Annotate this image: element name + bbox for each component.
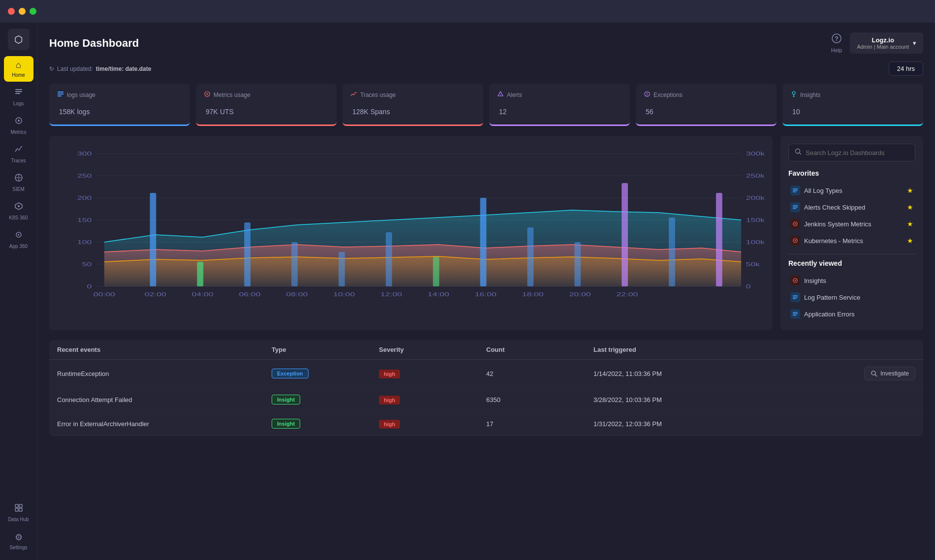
sidebar-item-datahub[interactable]: Data Hub [4, 499, 33, 526]
favorite-alerts-check-skipped[interactable]: Alerts Check Skipped ★ [788, 199, 915, 216]
dashboard-search-input[interactable] [806, 149, 909, 156]
star-icon-2: ★ [907, 220, 913, 228]
favorite-all-log-types[interactable]: All Log Types ★ [788, 182, 915, 199]
svg-point-26 [647, 95, 648, 96]
sidebar-item-k8s360[interactable]: K8S 360 [4, 198, 33, 224]
help-button[interactable]: ? Help [831, 33, 842, 53]
svg-point-89 [795, 280, 796, 281]
kubernetes-metrics-label: Kubernetes - Metrics [804, 237, 863, 245]
sidebar-label-siem: SIEM [12, 187, 24, 192]
event-action-0: Investigate [808, 367, 915, 380]
svg-rect-14 [15, 508, 18, 511]
time-value: time/time: date.date [96, 65, 152, 72]
stat-card-insights[interactable]: Insights 10 [782, 84, 923, 126]
svg-rect-19 [58, 93, 63, 94]
event-count-2: 17 [486, 420, 593, 428]
col-header-type: Type [272, 346, 379, 353]
all-log-types-label: All Log Types [804, 187, 842, 194]
event-name-0: RuntimeException [57, 370, 272, 377]
svg-rect-82 [793, 207, 798, 208]
k8s-icon [14, 202, 23, 213]
stat-value-traces: 128KSpans [350, 102, 475, 118]
svg-rect-58 [480, 198, 487, 286]
minimize-dot[interactable] [19, 8, 26, 15]
search-box[interactable] [788, 144, 915, 161]
recently-viewed-title: Recently viewed [788, 259, 915, 267]
sidebar-item-logs[interactable]: Logs [4, 84, 33, 110]
sidebar-label-traces: Traces [11, 158, 26, 163]
svg-text:04:00: 04:00 [192, 291, 214, 297]
col-header-action [808, 346, 915, 353]
svg-rect-0 [15, 89, 22, 90]
svg-text:150k: 150k [746, 217, 765, 223]
stat-label-logs: logs usage [57, 91, 182, 99]
svg-point-87 [795, 240, 796, 241]
events-table: Recent events Type Severity Count Last t… [49, 340, 923, 436]
favorite-jenkins-metrics[interactable]: Jenkins System Metrics ★ [788, 216, 915, 232]
page-title: Home Dashboard [49, 37, 139, 50]
stat-card-metrics[interactable]: Metrics usage 97KUTS [196, 84, 337, 126]
svg-rect-2 [15, 93, 20, 94]
traces-stat-icon [350, 91, 357, 99]
stat-card-logs[interactable]: logs usage 158Klogs [49, 84, 190, 126]
sidebar-item-metrics[interactable]: Metrics [4, 112, 33, 139]
sidebar-label-logs: Logs [13, 101, 24, 106]
logs-stat-icon [57, 91, 64, 99]
event-severity-1: high [379, 395, 486, 404]
account-sub: Admin | Main account [857, 44, 909, 50]
svg-point-85 [795, 223, 796, 224]
time-range-button[interactable]: 24 hrs [889, 62, 923, 76]
alerts-check-label: Alerts Check Skipped [804, 204, 865, 211]
col-header-count: Count [486, 346, 593, 353]
metrics-stat-icon [204, 91, 211, 99]
sidebar-item-settings[interactable]: ⚙ Settings [4, 528, 33, 554]
event-triggered-0: 1/14/2022, 11:03:36 PM [593, 370, 808, 377]
account-button[interactable]: Logz.io Admin | Main account ▾ [850, 32, 923, 54]
sidebar-item-app360[interactable]: App 360 [4, 226, 33, 253]
sidebar-item-siem[interactable]: SIEM [4, 169, 33, 196]
application-errors-icon [790, 309, 800, 319]
severity-badge-2: high [379, 420, 400, 429]
svg-rect-56 [386, 232, 392, 286]
svg-rect-18 [58, 92, 63, 93]
sidebar-item-home[interactable]: ⌂ Home [4, 56, 33, 82]
svg-text:10:00: 10:00 [333, 291, 355, 297]
help-label: Help [831, 47, 842, 53]
svg-text:100: 100 [77, 239, 92, 245]
stat-card-traces[interactable]: Traces usage 128KSpans [343, 84, 483, 126]
svg-rect-80 [793, 191, 796, 192]
table-row: Connection Attempt Failed Insight high 6… [49, 388, 923, 412]
severity-badge-1: high [379, 396, 400, 404]
sidebar: ⬡ ⌂ Home Logs Metrics [0, 23, 37, 560]
svg-text:50k: 50k [746, 261, 760, 267]
svg-text:300: 300 [77, 151, 92, 156]
svg-rect-51 [150, 193, 156, 286]
event-type-1: Insight [272, 395, 379, 404]
recent-application-errors[interactable]: Application Errors [788, 306, 915, 322]
svg-point-27 [792, 92, 795, 94]
recent-log-pattern-service[interactable]: Log Pattern Service [788, 289, 915, 306]
severity-badge-0: high [379, 370, 400, 378]
sidebar-item-traces[interactable]: Traces [4, 141, 33, 167]
event-name-2: Error in ExternalArchiverHandler [57, 420, 272, 428]
svg-rect-55 [339, 252, 345, 286]
stat-card-alerts[interactable]: Alerts 12 [489, 84, 630, 126]
svg-point-96 [872, 371, 875, 375]
svg-point-76 [796, 149, 800, 154]
maximize-dot[interactable] [30, 8, 36, 15]
stat-card-exceptions[interactable]: Exceptions 56 [636, 84, 777, 126]
home-icon: ⌂ [16, 60, 21, 70]
table-row: Error in ExternalArchiverHandler Insight… [49, 412, 923, 436]
col-header-triggered: Last triggered [593, 346, 808, 353]
favorite-kubernetes-metrics[interactable]: Kubernetes - Metrics ★ [788, 232, 915, 249]
recent-insights[interactable]: Insights [788, 272, 915, 289]
table-header: Recent events Type Severity Count Last t… [49, 340, 923, 360]
last-updated: ↻ Last updated: time/time: date.date [49, 65, 151, 72]
app-layout: ⬡ ⌂ Home Logs Metrics [0, 23, 935, 560]
search-investigate-icon [871, 370, 877, 377]
close-dot[interactable] [8, 8, 15, 15]
refresh-icon: ↻ [49, 65, 54, 72]
svg-text:0: 0 [746, 283, 751, 289]
svg-text:16:00: 16:00 [475, 291, 497, 297]
investigate-button-0[interactable]: Investigate [864, 367, 915, 380]
